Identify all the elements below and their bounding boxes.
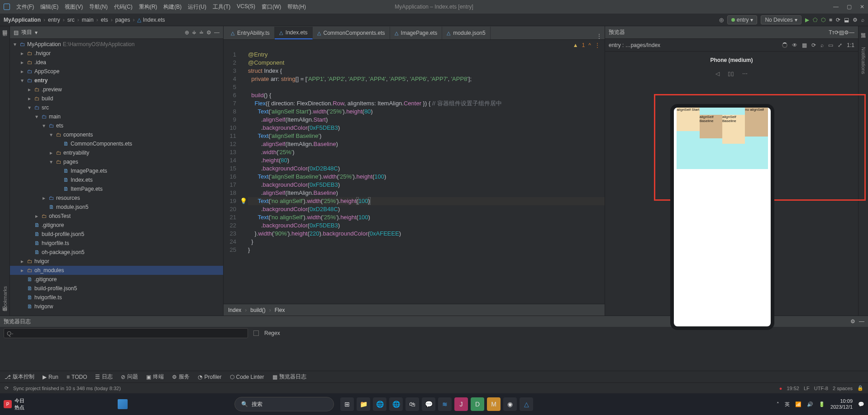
- main-menu[interactable]: 文件(F)编辑(E)视图(V)导航(N)代码(C)重构(R)构建(B)运行(U)…: [16, 3, 306, 11]
- grid-icon[interactable]: ▦: [802, 42, 807, 48]
- editor-crumb[interactable]: Index: [228, 307, 241, 313]
- breadcrumb-part[interactable]: pages: [115, 17, 130, 23]
- device-back-icon[interactable]: ◁: [715, 71, 720, 77]
- tree-row[interactable]: ▸🗀 .idea: [10, 58, 223, 67]
- breadcrumb-part[interactable]: △ Index.ets: [137, 17, 165, 23]
- bottom-tool[interactable]: ☰日志: [95, 373, 113, 381]
- tray-battery-icon[interactable]: 🔋: [819, 401, 825, 407]
- bottom-tool[interactable]: ≡TODO: [67, 374, 87, 380]
- log-output[interactable]: [0, 340, 868, 371]
- coverage-icon[interactable]: ⬡: [821, 17, 825, 23]
- tree-row[interactable]: ▸🗀 resources: [10, 193, 223, 203]
- tree-row[interactable]: 🗎 CommonComponents.ets: [10, 139, 223, 148]
- code-editor[interactable]: @Entry@Componentstruct Index { private a…: [248, 51, 605, 304]
- menu-item[interactable]: VCS(S): [237, 3, 255, 11]
- stop-icon[interactable]: ■: [829, 17, 832, 23]
- eye-icon[interactable]: 👁: [792, 42, 797, 48]
- app-ide3-icon[interactable]: M: [487, 397, 501, 411]
- app-vscode-icon[interactable]: ≋: [438, 397, 452, 411]
- app-explorer-icon[interactable]: 📁: [357, 397, 370, 411]
- more-actions-icon[interactable]: ⋮: [595, 42, 600, 48]
- preview-inspect-icon[interactable]: ▤: [839, 29, 844, 36]
- editor-tab[interactable]: △Index.ets: [275, 27, 313, 39]
- tree-row[interactable]: 🗎 hvigorw: [10, 302, 223, 311]
- tree-row[interactable]: ▾🗀 src: [10, 103, 223, 112]
- app-deveco-icon[interactable]: △: [520, 397, 533, 411]
- tree-row[interactable]: ▾🗀 MyApplication E:\HarmonyOS\MyApplicat…: [10, 40, 223, 49]
- app-ide2-icon[interactable]: D: [471, 397, 484, 411]
- editor-tab[interactable]: △ImagePage.ets: [390, 27, 443, 39]
- menu-item[interactable]: 编辑(E): [40, 3, 58, 11]
- log-search-input[interactable]: [4, 328, 248, 338]
- breadcrumb-part[interactable]: entry: [48, 17, 60, 23]
- preview-tt-icon[interactable]: Tт: [829, 29, 835, 36]
- tray-wifi-icon[interactable]: 📶: [795, 401, 801, 407]
- tree-row[interactable]: ▸🗀 hvigor: [10, 257, 223, 266]
- menu-item[interactable]: 构建(B): [163, 3, 181, 11]
- notifications-tool-label[interactable]: Notifications: [861, 47, 866, 74]
- tree-row[interactable]: 🗎 ItemPage.ets: [10, 184, 223, 193]
- project-tool-icon[interactable]: ▤: [2, 29, 7, 35]
- expand-all-icon[interactable]: ≑: [192, 29, 196, 36]
- tree-row[interactable]: 🗎 oh-package.json5: [10, 248, 223, 257]
- settings-icon[interactable]: ⚙: [853, 17, 858, 23]
- debug-icon[interactable]: ⬠: [813, 17, 817, 23]
- tree-row[interactable]: ▸🗀 .hvigor: [10, 49, 223, 58]
- menu-item[interactable]: 窗口(W): [262, 3, 281, 11]
- log-hide-icon[interactable]: —: [859, 318, 864, 325]
- tree-row[interactable]: ▸🗀 entryability: [10, 148, 223, 157]
- tree-row[interactable]: 🗎 build-profile.json5: [10, 230, 223, 239]
- fit-icon[interactable]: ▭: [828, 42, 833, 48]
- run-icon[interactable]: ▶: [805, 17, 809, 23]
- tray-notification-icon[interactable]: 💬: [858, 401, 864, 407]
- device-split-icon[interactable]: ▯▯: [728, 71, 734, 77]
- tree-row[interactable]: 🗎 build-profile.json5: [10, 284, 223, 293]
- editor-crumb[interactable]: Flex: [275, 307, 285, 313]
- menu-item[interactable]: 视图(V): [65, 3, 83, 11]
- expand-icon[interactable]: ⤢: [838, 42, 842, 48]
- run-config-dropdown[interactable]: entry▾: [727, 15, 758, 24]
- target-icon[interactable]: ◎: [719, 17, 724, 23]
- tray-volume-icon[interactable]: 🔊: [807, 401, 813, 407]
- sync-icon[interactable]: ⟳: [836, 17, 840, 23]
- bottom-tool[interactable]: ⬡Code Linter: [230, 374, 264, 380]
- editor-tab[interactable]: △CommonComponents.ets: [313, 27, 390, 39]
- tree-row[interactable]: ▾🗀 components: [10, 130, 223, 139]
- editor-tabs[interactable]: △EntryAbility.ts△Index.ets△CommonCompone…: [224, 26, 605, 40]
- taskbar-badge-icon[interactable]: P: [4, 400, 12, 408]
- bookmarks-tool-label[interactable]: Bookmarks: [2, 286, 8, 311]
- panel-settings-icon[interactable]: ⚙: [206, 29, 211, 36]
- tray-ime-icon[interactable]: 英: [785, 401, 790, 408]
- breadcrumb-part[interactable]: ets: [101, 17, 108, 23]
- app-chrome-icon[interactable]: ◉: [503, 397, 517, 411]
- tree-row[interactable]: ▾🗀 main: [10, 112, 223, 121]
- tree-row[interactable]: 🗎 hvigorfile.ts: [10, 293, 223, 302]
- build-icon[interactable]: ⬓: [844, 17, 849, 23]
- status-cursor[interactable]: 19:52: [787, 386, 799, 391]
- tree-row[interactable]: 🗎 module.json5: [10, 203, 223, 212]
- log-settings-icon[interactable]: ⚙: [850, 318, 855, 325]
- bottom-tool[interactable]: ▶Run: [43, 374, 58, 380]
- breadcrumb-part[interactable]: main: [82, 17, 94, 23]
- app-store-icon[interactable]: 🛍: [405, 397, 419, 411]
- status-encoding[interactable]: UTF-8: [814, 386, 828, 391]
- hide-panel-icon[interactable]: —: [214, 29, 219, 36]
- project-tree[interactable]: ▾🗀 MyApplication E:\HarmonyOS\MyApplicat…: [10, 39, 223, 316]
- maximize-icon[interactable]: ▢: [847, 4, 852, 10]
- tray-chevron-up-icon[interactable]: ˄: [777, 401, 779, 407]
- one-to-one-icon[interactable]: 1:1: [847, 42, 854, 48]
- tree-row[interactable]: ▾🗀 pages: [10, 157, 223, 166]
- status-lock-icon[interactable]: 🔒: [857, 385, 863, 391]
- tree-row[interactable]: 🗎 ImagePage.ets: [10, 166, 223, 175]
- search-everywhere-icon[interactable]: ⌕: [861, 17, 864, 23]
- tree-row[interactable]: ▾🗀 entry: [10, 76, 223, 85]
- bottom-tool-tabs[interactable]: ⎇版本控制▶Run≡TODO☰日志⊘问题▣终端⚙服务◔Profiler⬡Code…: [0, 371, 868, 382]
- tree-row[interactable]: 🗎 Index.ets: [10, 175, 223, 184]
- preview-refresh-icon[interactable]: ⟳: [835, 29, 839, 36]
- editor-tab[interactable]: △EntryAbility.ts: [226, 27, 275, 39]
- close-icon[interactable]: ✕: [860, 4, 864, 10]
- breadcrumb-part[interactable]: MyApplication: [4, 17, 41, 23]
- minimize-icon[interactable]: —: [833, 4, 839, 10]
- device-more-icon[interactable]: ⋯: [742, 71, 748, 77]
- tree-row[interactable]: 🗎 .gitignore: [10, 221, 223, 230]
